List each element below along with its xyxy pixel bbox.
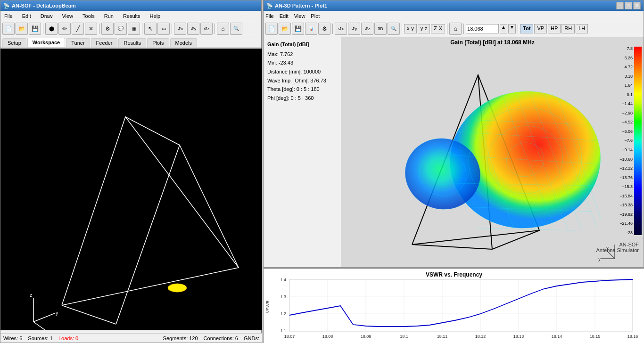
pt-3d[interactable]: 3D [374, 23, 387, 35]
svg-text:1.2: 1.2 [280, 311, 286, 316]
view-xy[interactable]: x-y [404, 24, 417, 33]
rotate-x-button[interactable]: ↺x [174, 23, 186, 35]
rotate-y-button[interactable]: ↺y [187, 23, 199, 35]
pt-home[interactable]: ⌂ [449, 23, 462, 35]
tab-setup[interactable]: Setup [2, 38, 26, 47]
menu-results[interactable]: Results [121, 12, 142, 20]
cursor-tool[interactable]: ↖ [144, 23, 157, 35]
pol-lh[interactable]: LH [576, 24, 588, 33]
menu-run[interactable]: Run [102, 12, 116, 20]
ptb-sep5 [518, 24, 518, 34]
tab-plots[interactable]: Plots [147, 38, 169, 47]
pt-rotate-x[interactable]: ↺x [335, 23, 347, 35]
circle-tool[interactable]: ⬤ [45, 23, 58, 35]
pol-tot[interactable]: Tot [520, 24, 533, 33]
tab-feeder[interactable]: Feeder [91, 38, 118, 47]
minimize-button[interactable]: ─ [616, 2, 624, 9]
tab-models[interactable]: Models [170, 38, 197, 47]
pt-zoom[interactable]: 🔍 [388, 23, 400, 35]
tab-workspace[interactable]: Workspace [27, 38, 66, 47]
svg-text:18.07: 18.07 [284, 334, 295, 339]
distance-row: Distance [mm]: 100000 [267, 67, 337, 76]
pmenu-file[interactable]: File [265, 13, 274, 19]
tab-tuner[interactable]: Tuner [66, 38, 90, 47]
save-button[interactable]: 💾 [29, 23, 41, 35]
delete-tool[interactable]: ✕ [85, 23, 97, 35]
svg-text:z: z [30, 292, 33, 298]
close-button[interactable]: ✕ [633, 2, 641, 9]
workspace-canvas[interactable]: z y x [0, 49, 262, 330]
pattern-3d-area[interactable]: Gain (Total) [dBi] at 18.068 MHz 7.8 6.2… [341, 37, 644, 267]
pt-rotate-y[interactable]: ↺y [348, 23, 360, 35]
vswr-chart: VSWR vs. Frequency 1.4 1.3 [264, 269, 644, 343]
status-connections: Connections: 6 [204, 335, 238, 341]
pen-tool[interactable]: ✏ [58, 23, 71, 35]
pattern-menubar: File Edit View Plot [264, 11, 644, 21]
svg-rect-0 [0, 49, 262, 330]
ptb-sep2 [402, 24, 402, 34]
pol-rh[interactable]: RH [561, 24, 575, 33]
settings-button[interactable]: ⚙ [101, 23, 114, 35]
svg-text:18.12: 18.12 [475, 334, 486, 339]
freq-up[interactable]: ▲ [500, 24, 507, 33]
pol-vp[interactable]: VP [534, 24, 547, 33]
freq-down[interactable]: ▼ [508, 24, 516, 33]
svg-text:18.08: 18.08 [322, 334, 333, 339]
menu-view[interactable]: View [60, 12, 75, 20]
menu-draw[interactable]: Draw [39, 12, 55, 20]
colorscale-labels: 7.8 6.26 4.72 3.18 1.64 0.1 −1.44 −2.98 … [619, 47, 642, 235]
svg-text:y: y [598, 256, 601, 261]
status-wires: Wires: 6 [3, 335, 22, 341]
theta-row: Theta [deg]: 0 : 5 : 180 [267, 85, 337, 94]
pol-hp[interactable]: HP [548, 24, 561, 33]
main-window: 📡 AN-SOF - DeltaLoopBeam File Edit Draw … [0, 0, 262, 343]
tab-results[interactable]: Results [118, 38, 146, 47]
pt-new[interactable]: 📄 [265, 23, 278, 35]
toolbar-separator-4 [172, 24, 172, 34]
table-button[interactable]: ▦ [128, 23, 140, 35]
view-yz[interactable]: y-z [418, 24, 430, 33]
toolbar-separator-5 [215, 24, 215, 34]
ptb-sep3 [447, 24, 447, 34]
main-toolbar: 📄 📂 💾 ⬤ ✏ ╱ ✕ ⚙ 💬 ▦ ↖ ▭ ↺x ↺y ↺z ⌂ 🔍 [0, 21, 261, 36]
svg-text:18.09: 18.09 [361, 334, 372, 339]
svg-text:18.13: 18.13 [513, 334, 524, 339]
pt-settings[interactable]: ⚙ [318, 23, 330, 35]
menu-edit[interactable]: Edit [20, 12, 33, 20]
comment-button[interactable]: 💬 [115, 23, 127, 35]
maximize-button[interactable]: □ [625, 2, 632, 9]
pt-export[interactable]: 📊 [305, 23, 317, 35]
phi-row: Phi [deg]: 0 : 5 : 360 [267, 94, 337, 103]
vswr-svg: VSWR vs. Frequency 1.4 1.3 [264, 269, 644, 343]
toolbar-separator-2 [99, 24, 99, 34]
pmenu-view[interactable]: View [294, 13, 305, 19]
pmenu-edit[interactable]: Edit [280, 13, 289, 19]
pattern-svg: y z x [341, 47, 615, 263]
svg-line-23 [478, 228, 575, 230]
vswr-window: VSWR vs. Frequency 1.4 1.3 [263, 269, 644, 343]
new-button[interactable]: 📄 [2, 23, 15, 35]
view-zx[interactable]: Z-X [431, 24, 445, 33]
main-titlebar: 📡 AN-SOF - DeltaLoopBeam [0, 0, 261, 11]
statusbar: Wires: 6 Sources: 1 Loads: 0 Segments: 1… [0, 333, 262, 343]
line-tool[interactable]: ╱ [72, 23, 84, 35]
pattern-titlebar: 📡 AN-3D Pattern - Plot1 ─ □ ✕ [264, 0, 644, 11]
svg-rect-43 [289, 279, 633, 331]
menu-help[interactable]: Help [148, 12, 163, 20]
pt-save[interactable]: 💾 [292, 23, 304, 35]
svg-text:VSWR: VSWR [265, 300, 270, 313]
rotate-z-button[interactable]: ↺z [200, 23, 213, 35]
zoom-in-button[interactable]: 🔍 [230, 23, 242, 35]
window-controls: ─ □ ✕ [616, 2, 641, 9]
open-button[interactable]: 📂 [16, 23, 28, 35]
home-button[interactable]: ⌂ [217, 23, 229, 35]
pt-open[interactable]: 📂 [279, 23, 291, 35]
svg-text:18.14: 18.14 [552, 334, 562, 339]
menu-tools[interactable]: Tools [81, 12, 97, 20]
frame-tool[interactable]: ▭ [157, 23, 170, 35]
svg-text:x: x [48, 329, 50, 330]
menu-file[interactable]: File [2, 12, 15, 20]
frequency-input[interactable] [466, 24, 499, 33]
pmenu-plot[interactable]: Plot [311, 13, 320, 19]
pt-rotate-z[interactable]: ↺z [361, 23, 373, 35]
